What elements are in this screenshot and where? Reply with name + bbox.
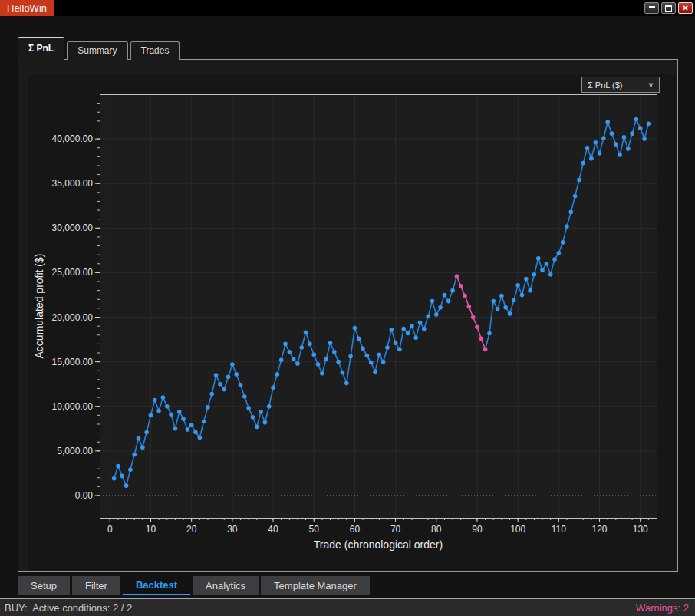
- main-tabs: Setup Filter Backtest Analytics Template…: [18, 576, 370, 595]
- minimize-icon: [649, 5, 655, 8]
- status-warnings: Warnings: 2: [636, 602, 689, 614]
- tab-backtest[interactable]: Backtest: [123, 576, 190, 595]
- svg-text:110: 110: [552, 524, 566, 535]
- series-select-value: Σ PnL ($): [588, 81, 623, 90]
- svg-text:90: 90: [472, 524, 483, 535]
- svg-text:30: 30: [227, 524, 238, 535]
- svg-text:10: 10: [146, 524, 156, 535]
- svg-text:50: 50: [309, 524, 320, 535]
- svg-text:10,000.00: 10,000.00: [52, 401, 94, 412]
- svg-text:20: 20: [186, 524, 197, 535]
- status-bar: BUY: Active conditions: 2 / 2 Warnings: …: [0, 598, 695, 616]
- maximize-icon: [665, 5, 672, 12]
- svg-text:80: 80: [431, 524, 442, 535]
- svg-text:25,000.00: 25,000.00: [52, 267, 94, 278]
- tab-setup[interactable]: Setup: [18, 576, 70, 595]
- svg-text:35,000.00: 35,000.00: [52, 178, 94, 189]
- svg-text:15,000.00: 15,000.00: [52, 357, 94, 367]
- minimize-button[interactable]: [644, 2, 659, 14]
- svg-text:0: 0: [107, 524, 113, 535]
- tab-analytics[interactable]: Analytics: [193, 576, 259, 595]
- svg-text:120: 120: [592, 524, 608, 535]
- tab-template-manager[interactable]: Template Manager: [261, 576, 370, 595]
- svg-text:40,000.00: 40,000.00: [52, 133, 94, 144]
- svg-text:30,000.00: 30,000.00: [52, 222, 94, 233]
- svg-text:Accumulated profit ($): Accumulated profit ($): [33, 254, 45, 359]
- svg-text:0.00: 0.00: [75, 490, 94, 501]
- pnl-panel: 01020304050607080901001101201300.005,000…: [18, 59, 678, 572]
- window-title: HelloWin: [0, 0, 54, 16]
- svg-text:40: 40: [268, 524, 278, 535]
- close-button[interactable]: ✕: [678, 2, 693, 14]
- svg-text:100: 100: [510, 524, 525, 535]
- window-controls: ✕: [644, 2, 693, 14]
- close-icon: ✕: [682, 4, 688, 12]
- maximize-button[interactable]: [661, 2, 676, 14]
- svg-text:5,000.00: 5,000.00: [57, 446, 93, 456]
- pnl-chart-canvas: 01020304050607080901001101201300.005,000…: [28, 74, 676, 571]
- tab-filter[interactable]: Filter: [72, 576, 120, 595]
- title-bar: HelloWin ✕: [0, 0, 695, 16]
- svg-text:60: 60: [350, 524, 361, 535]
- tab-pnl[interactable]: Σ PnL: [18, 37, 64, 60]
- svg-text:130: 130: [633, 524, 648, 535]
- pnl-chart: 01020304050607080901001101201300.005,000…: [28, 74, 676, 571]
- tab-summary[interactable]: Summary: [67, 41, 127, 60]
- series-select[interactable]: Σ PnL ($) ∨: [581, 77, 660, 93]
- chevron-down-icon: ∨: [648, 81, 654, 89]
- svg-text:Trade (chronological order): Trade (chronological order): [314, 539, 443, 551]
- result-tabs: Σ PnL Summary Trades: [18, 37, 182, 60]
- svg-text:20,000.00: 20,000.00: [52, 312, 94, 323]
- status-active-conditions: BUY: Active conditions: 2 / 2: [5, 602, 132, 614]
- tab-trades[interactable]: Trades: [130, 41, 180, 60]
- svg-text:70: 70: [390, 524, 401, 535]
